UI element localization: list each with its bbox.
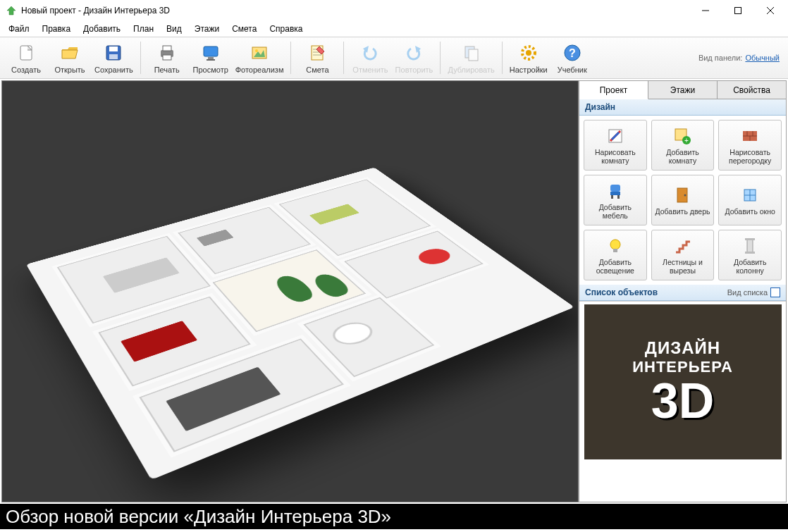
svg-text:?: ? xyxy=(569,47,576,59)
svg-rect-11 xyxy=(204,47,218,56)
save-button[interactable]: Сохранить xyxy=(92,38,136,78)
monitor-icon xyxy=(199,42,222,64)
svg-rect-1 xyxy=(735,7,741,13)
maximize-button[interactable] xyxy=(722,0,754,21)
window-icon xyxy=(739,185,761,206)
side-tabs: Проект Этажи Свойства xyxy=(579,81,786,99)
tab-properties[interactable]: Свойства xyxy=(718,81,786,99)
add-door-button[interactable]: Добавить дверь xyxy=(651,175,715,225)
menu-plan[interactable]: План xyxy=(128,23,159,35)
svg-rect-13 xyxy=(207,59,215,61)
create-button[interactable]: Создать xyxy=(4,38,48,78)
brick-wall-icon xyxy=(739,125,761,147)
redo-icon xyxy=(402,42,425,64)
svg-rect-6 xyxy=(109,47,118,51)
folder-open-icon xyxy=(59,42,81,64)
toolbar: Создать Открыть Сохранить Печать Просмот… xyxy=(0,37,788,79)
promo-banner: ДИЗАЙН ИНТЕРЬЕРА 3D xyxy=(584,304,782,459)
titlebar: Новый проект - Дизайн Интерьера 3D xyxy=(0,0,788,21)
redo-button[interactable]: Повторить xyxy=(392,38,436,78)
svg-point-43 xyxy=(684,194,687,197)
review-caption: Обзор новой версии «Дизайн Интерьера 3D» xyxy=(0,504,788,529)
add-light-button[interactable]: Добавить освещение xyxy=(584,230,647,280)
tab-floors[interactable]: Этажи xyxy=(648,81,718,99)
menu-floors[interactable]: Этажи xyxy=(189,23,225,35)
svg-rect-24 xyxy=(469,49,478,61)
svg-rect-38 xyxy=(610,185,620,192)
menu-edit[interactable]: Правка xyxy=(37,23,77,35)
tutorial-button[interactable]: ? Учебник xyxy=(550,38,594,78)
photoreal-button[interactable]: Фотореализм xyxy=(233,38,287,78)
new-file-icon xyxy=(15,42,37,64)
floppy-icon xyxy=(102,42,125,64)
side-panel: Проект Этажи Свойства Дизайн Нарисовать … xyxy=(579,80,787,502)
menu-file[interactable]: Файл xyxy=(3,23,35,35)
duplicate-button[interactable]: Дублировать xyxy=(445,38,497,78)
svg-rect-49 xyxy=(747,240,753,252)
object-list[interactable]: ДИЗАЙН ИНТЕРЬЕРА 3D xyxy=(579,301,786,502)
menu-estimate[interactable]: Смета xyxy=(226,23,262,35)
stairs-icon xyxy=(672,235,693,256)
app-icon xyxy=(6,5,17,16)
preview-button[interactable]: Просмотр xyxy=(189,38,233,78)
panel-view-selector[interactable]: Вид панели: Обычный xyxy=(698,54,784,62)
gear-icon xyxy=(517,42,540,64)
svg-rect-41 xyxy=(617,195,620,199)
window-title: Новый проект - Дизайн Интерьера 3D xyxy=(21,6,689,16)
design-section-header: Дизайн xyxy=(579,99,786,116)
design-tools-grid: Нарисовать комнату + Добавить комнату На… xyxy=(579,116,786,285)
svg-rect-10 xyxy=(163,55,171,60)
draw-partition-button[interactable]: Нарисовать перегородку xyxy=(718,120,782,171)
chair-icon xyxy=(605,180,626,202)
svg-rect-48 xyxy=(613,249,617,252)
add-room-button[interactable]: + Добавить комнату xyxy=(651,120,715,171)
print-button[interactable]: Печать xyxy=(145,38,189,78)
pencil-icon xyxy=(605,125,626,147)
objects-section-header: Список объектов Вид списка xyxy=(579,285,786,301)
menu-help[interactable]: Справка xyxy=(264,23,308,35)
minimize-button[interactable] xyxy=(689,0,722,21)
window-controls xyxy=(689,0,787,21)
help-icon: ? xyxy=(561,42,584,64)
menu-view[interactable]: Вид xyxy=(161,23,187,35)
svg-rect-12 xyxy=(208,57,214,59)
workspace: Проект Этажи Свойства Дизайн Нарисовать … xyxy=(0,79,788,504)
undo-icon xyxy=(359,42,381,64)
svg-point-26 xyxy=(526,50,531,56)
undo-button[interactable]: Отменить xyxy=(348,38,392,78)
close-button[interactable] xyxy=(754,0,787,21)
svg-rect-51 xyxy=(745,252,755,254)
3d-view[interactable] xyxy=(1,80,579,502)
add-furniture-button[interactable]: Добавить мебель xyxy=(584,175,647,225)
draw-room-button[interactable]: Нарисовать комнату xyxy=(584,120,647,171)
panel-view-link[interactable]: Обычный xyxy=(745,54,780,62)
svg-text:+: + xyxy=(685,137,689,144)
svg-rect-39 xyxy=(610,192,620,195)
list-view-icon[interactable] xyxy=(770,287,780,297)
printer-icon xyxy=(156,42,178,64)
menu-add[interactable]: Добавить xyxy=(78,23,126,35)
view-list-label: Вид списка xyxy=(727,288,768,297)
open-button[interactable]: Открыть xyxy=(48,38,92,78)
bulb-icon xyxy=(605,235,626,256)
add-room-icon: + xyxy=(672,125,693,147)
svg-rect-50 xyxy=(745,238,755,240)
add-column-button[interactable]: Добавить колонну xyxy=(718,230,782,280)
estimate-button[interactable]: Смета xyxy=(295,38,339,78)
picture-icon xyxy=(248,42,271,64)
tab-project[interactable]: Проект xyxy=(579,81,648,99)
column-icon xyxy=(739,235,761,256)
svg-rect-9 xyxy=(163,46,171,51)
svg-point-47 xyxy=(610,240,620,249)
svg-rect-7 xyxy=(109,54,118,59)
menubar: Файл Правка Добавить План Вид Этажи Смет… xyxy=(0,21,788,37)
copy-icon xyxy=(460,42,483,64)
door-icon xyxy=(672,185,693,206)
settings-button[interactable]: Настройки xyxy=(507,38,550,78)
floorplan-3d xyxy=(26,167,574,479)
svg-point-16 xyxy=(255,49,258,52)
stairs-button[interactable]: Лестницы и вырезы xyxy=(651,230,715,280)
notepad-icon xyxy=(306,42,328,64)
add-window-button[interactable]: Добавить окно xyxy=(718,175,782,225)
panel-view-label: Вид панели: xyxy=(698,54,742,62)
